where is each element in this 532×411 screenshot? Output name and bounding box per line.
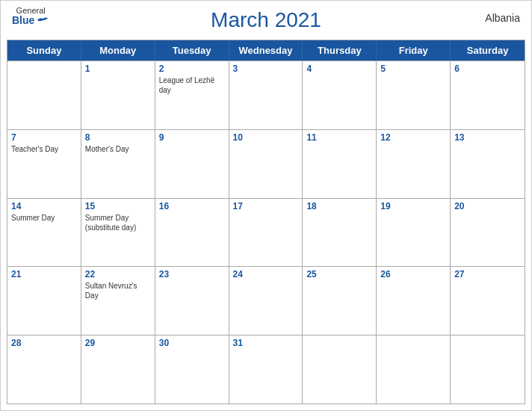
day-cell: 16 <box>155 199 229 267</box>
day-header-sunday: Sunday <box>7 40 81 61</box>
calendar-weeks: 12League of Lezhë day34567Teacher's Day8… <box>7 61 525 404</box>
holiday-text: Teacher's Day <box>11 144 77 154</box>
day-number: 7 <box>11 132 77 143</box>
day-cell: 11 <box>303 130 377 198</box>
day-cell: 21 <box>7 267 81 335</box>
day-number: 16 <box>159 201 225 211</box>
logo-area: General Blue <box>12 7 49 25</box>
holiday-text: Summer Day (substitute day) <box>85 213 151 232</box>
day-cell: 23 <box>155 267 229 335</box>
day-number: 6 <box>454 64 521 74</box>
day-number: 27 <box>454 269 521 279</box>
calendar-header: General Blue March 2021 Albania <box>1 1 531 36</box>
day-header-thursday: Thursday <box>303 40 377 61</box>
day-number: 15 <box>85 201 151 211</box>
day-cell: 19 <box>377 199 451 267</box>
logo-bird-icon <box>36 15 49 25</box>
day-cell: 6 <box>451 61 525 129</box>
day-number: 5 <box>380 64 446 74</box>
day-number: 19 <box>380 201 446 211</box>
day-number: 13 <box>454 132 521 143</box>
day-number: 26 <box>380 269 446 279</box>
day-cell: 14Summer Day <box>7 199 81 267</box>
holiday-text: Summer Day <box>11 213 77 223</box>
day-cell: 7Teacher's Day <box>7 130 81 198</box>
calendar-container: General Blue March 2021 Albania Sunday M… <box>0 0 532 411</box>
day-cell <box>7 61 81 129</box>
day-number: 30 <box>159 338 225 348</box>
day-cell: 31 <box>229 336 303 404</box>
day-cell: 22Sultan Nevruz's Day <box>81 267 155 335</box>
day-cell: 18 <box>303 199 377 267</box>
day-cell <box>303 336 377 404</box>
week-row-5: 28293031 <box>7 335 525 404</box>
day-number: 11 <box>306 132 372 143</box>
day-cell <box>377 336 451 404</box>
day-cell: 8Mother's Day <box>81 130 155 198</box>
day-header-friday: Friday <box>377 40 451 61</box>
day-cell <box>451 336 525 404</box>
day-number: 12 <box>380 132 446 143</box>
day-header-wednesday: Wednesday <box>229 40 303 61</box>
day-number: 24 <box>233 269 299 279</box>
day-number: 25 <box>306 269 372 279</box>
day-number: 4 <box>306 64 372 74</box>
day-cell: 2League of Lezhë day <box>155 61 229 129</box>
week-row-2: 7Teacher's Day8Mother's Day910111213 <box>7 129 525 198</box>
day-headers-row: Sunday Monday Tuesday Wednesday Thursday… <box>7 40 525 61</box>
day-number: 28 <box>11 338 77 348</box>
day-number: 14 <box>11 201 77 211</box>
day-cell: 25 <box>303 267 377 335</box>
country-label: Albania <box>485 12 520 24</box>
day-header-monday: Monday <box>81 40 155 61</box>
day-header-tuesday: Tuesday <box>155 40 229 61</box>
day-number: 31 <box>233 338 299 348</box>
day-number: 23 <box>159 269 225 279</box>
calendar-grid: Sunday Monday Tuesday Wednesday Thursday… <box>7 40 525 404</box>
week-row-1: 12League of Lezhë day3456 <box>7 61 525 129</box>
day-cell: 12 <box>377 130 451 198</box>
week-row-4: 2122Sultan Nevruz's Day2324252627 <box>7 266 525 335</box>
day-cell: 3 <box>229 61 303 129</box>
day-number: 22 <box>85 269 151 279</box>
holiday-text: League of Lezhë day <box>159 75 225 95</box>
week-row-3: 14Summer Day15Summer Day (substitute day… <box>7 198 525 267</box>
day-cell: 30 <box>155 336 229 404</box>
day-number: 18 <box>306 201 372 211</box>
day-cell: 13 <box>451 130 525 198</box>
holiday-text: Sultan Nevruz's Day <box>85 281 151 300</box>
day-cell: 5 <box>377 61 451 129</box>
day-number: 3 <box>233 64 299 74</box>
day-cell: 27 <box>451 267 525 335</box>
day-header-saturday: Saturday <box>451 40 525 61</box>
day-cell: 26 <box>377 267 451 335</box>
logo-blue-text: Blue <box>12 15 49 25</box>
day-number: 21 <box>11 269 77 279</box>
day-cell: 4 <box>303 61 377 129</box>
day-cell: 28 <box>7 336 81 404</box>
day-number: 10 <box>233 132 299 143</box>
day-cell: 29 <box>81 336 155 404</box>
day-cell: 1 <box>81 61 155 129</box>
day-cell: 20 <box>451 199 525 267</box>
day-number: 17 <box>233 201 299 211</box>
month-title: March 2021 <box>211 8 321 32</box>
day-cell: 15Summer Day (substitute day) <box>81 199 155 267</box>
day-number: 29 <box>85 338 151 348</box>
day-number: 20 <box>454 201 521 211</box>
day-cell: 24 <box>229 267 303 335</box>
day-number: 2 <box>159 64 225 74</box>
day-cell: 9 <box>155 130 229 198</box>
day-number: 8 <box>85 132 151 143</box>
day-cell: 10 <box>229 130 303 198</box>
day-number: 1 <box>85 64 151 74</box>
holiday-text: Mother's Day <box>85 144 151 154</box>
day-number: 9 <box>159 132 225 143</box>
day-cell: 17 <box>229 199 303 267</box>
